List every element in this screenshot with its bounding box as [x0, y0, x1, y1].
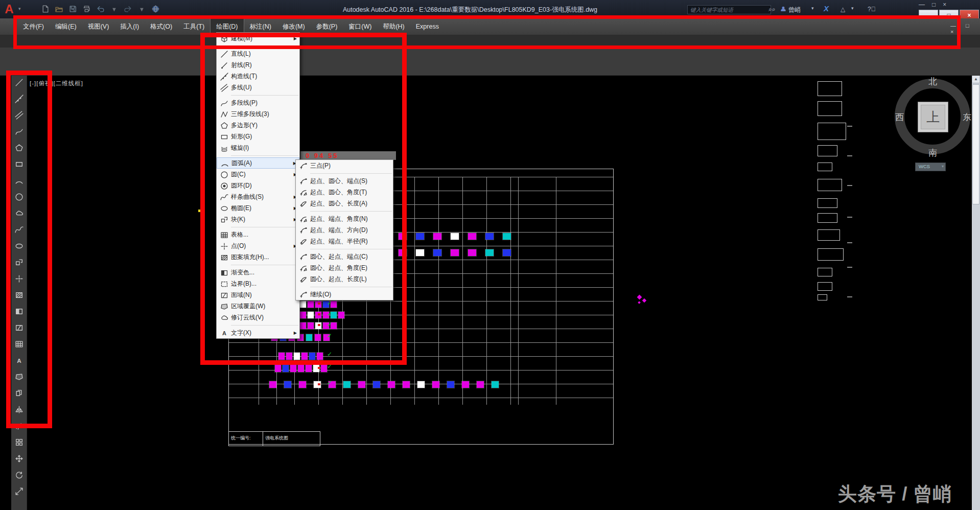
- viewcube-south[interactable]: 南: [928, 147, 937, 159]
- left-tool-rotateic-icon[interactable]: [15, 471, 24, 479]
- signed-in-user[interactable]: 曾峭: [788, 6, 801, 14]
- cad-block: [451, 249, 459, 256]
- cad-block: [433, 233, 441, 240]
- a360-caret-icon[interactable]: ▾: [851, 6, 854, 11]
- cad-tick: [847, 217, 852, 218]
- logo-dropdown-caret-icon[interactable]: ▾: [18, 6, 21, 11]
- qat-undo-icon[interactable]: [96, 5, 105, 13]
- annotation-rect-menubar: [13, 15, 961, 49]
- user-caret-icon[interactable]: ▾: [811, 6, 814, 11]
- cad-tick: [847, 126, 852, 127]
- left-tool-arrayic-icon[interactable]: [15, 438, 24, 447]
- cad-tick: [847, 242, 852, 243]
- cad-rectangle: [818, 282, 832, 291]
- qat-sphere-icon[interactable]: [151, 5, 160, 13]
- cad-block: [269, 381, 276, 388]
- close-glyph[interactable]: ×: [943, 1, 946, 8]
- left-tool-scaleic-icon[interactable]: [15, 487, 24, 496]
- red-marker: [318, 367, 320, 369]
- a360-icon[interactable]: △: [841, 6, 845, 13]
- standard-toolbar: [0, 48, 980, 62]
- cad-block: [468, 233, 476, 240]
- viewcube-west[interactable]: 西: [895, 111, 904, 123]
- svg-text:▾: ▾: [112, 6, 116, 12]
- cad-block: [492, 381, 499, 388]
- scrollbar-up-arrow-icon[interactable]: ▲: [972, 75, 980, 83]
- cad-rectangle: [818, 229, 840, 241]
- cad-rectangle: [818, 198, 837, 208]
- vertical-scrollbar[interactable]: ▲: [972, 75, 980, 510]
- cad-block: [432, 381, 439, 388]
- qat-qnew-icon[interactable]: [41, 5, 50, 13]
- cad-tick: [847, 296, 852, 297]
- qat-open-icon[interactable]: [55, 5, 63, 13]
- cad-block: [503, 249, 511, 256]
- cad-block: [321, 365, 327, 372]
- layers-toolbar: [0, 61, 980, 76]
- cad-block: [275, 365, 281, 372]
- cad-block: [358, 381, 365, 388]
- cad-block: [485, 233, 494, 240]
- quick-access-toolbar[interactable]: ▾▾: [41, 5, 160, 13]
- restore-glyph[interactable]: □: [932, 1, 936, 8]
- qat-redo-icon[interactable]: [124, 5, 132, 13]
- wcs-caret-icon[interactable]: ▾: [942, 163, 944, 170]
- qat-caret-icon[interactable]: ▾: [110, 5, 119, 13]
- annotation-rect-left-toolbar: [6, 71, 52, 428]
- scrollbar-thumb[interactable]: [972, 84, 979, 204]
- window-title: Autodesk AutoCAD 2016 - E:\268data\重要数据\…: [266, 6, 674, 14]
- exchange-apps-icon[interactable]: X: [824, 4, 829, 13]
- viewcube-top-face[interactable]: 上: [918, 102, 948, 132]
- viewcube-east[interactable]: 东: [963, 111, 971, 123]
- search-binoculars-icon[interactable]: ⌕⌕: [768, 6, 775, 13]
- cad-tick: [847, 267, 852, 268]
- title-block-value: 强电系统图: [263, 432, 290, 446]
- cad-block: [373, 381, 380, 388]
- magenta-marker: [637, 295, 642, 300]
- cad-block: [485, 249, 494, 256]
- cad-block: [283, 365, 289, 372]
- qat-plot-icon[interactable]: [82, 5, 91, 13]
- drawing-title-block: 统一编号: 强电系统图: [228, 431, 320, 446]
- cad-rectangle: [818, 248, 844, 261]
- cad-rectangle: [818, 179, 842, 191]
- left-tool-moveic-icon[interactable]: [15, 454, 24, 463]
- cad-block: [416, 233, 424, 240]
- cad-block: [403, 381, 410, 388]
- qat-caret-icon[interactable]: ▾: [137, 5, 146, 13]
- cad-block: [388, 381, 395, 388]
- magenta-marker: [638, 301, 641, 304]
- search-input[interactable]: 键入关键字或短语: [687, 5, 771, 14]
- cad-block: [468, 249, 476, 256]
- viewcube-up-label: 上: [921, 105, 945, 129]
- cad-block: [503, 233, 511, 240]
- wcs-selector[interactable]: WCS ▾: [915, 163, 946, 171]
- cad-block: [284, 381, 291, 388]
- magenta-marker: [642, 298, 646, 303]
- cad-block: [299, 381, 306, 388]
- cad-rectangle: [818, 123, 846, 140]
- svg-text:▾: ▾: [140, 6, 144, 12]
- viewcube-north[interactable]: 北: [928, 76, 937, 87]
- user-avatar-icon[interactable]: 👤︎: [780, 6, 786, 13]
- cad-block: [343, 381, 351, 388]
- table-line: [556, 177, 556, 405]
- cad-rectangle: [818, 213, 837, 223]
- cad-block: [447, 381, 454, 388]
- cad-rectangle: [818, 145, 837, 156]
- cad-block: [417, 381, 425, 388]
- cad-block: [462, 381, 469, 388]
- title-block-label: 统一编号:: [229, 432, 263, 446]
- help-icon[interactable]: ?⃝: [868, 6, 876, 13]
- cad-block: [290, 365, 296, 372]
- minimize-glyph[interactable]: —: [919, 1, 925, 8]
- qat-save-icon[interactable]: [68, 5, 77, 13]
- cad-block: [298, 365, 304, 372]
- wcs-label: WCS: [919, 164, 930, 169]
- cad-rectangle: [818, 101, 842, 116]
- cad-rectangle: [818, 268, 832, 276]
- annotation-rect-draw-menu: [200, 33, 407, 365]
- autocad-logo-icon[interactable]: A: [2, 2, 17, 17]
- cad-block: [451, 233, 459, 240]
- table-line: [518, 177, 519, 405]
